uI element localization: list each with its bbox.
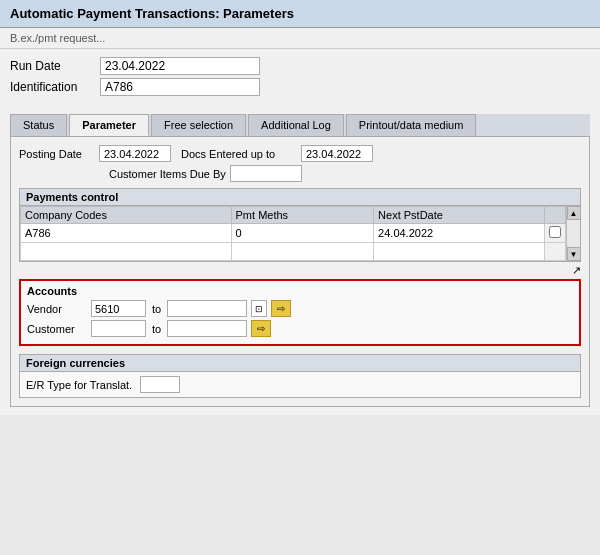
row-checkbox[interactable] <box>549 226 561 238</box>
vendor-copy-btn[interactable]: ⊡ <box>251 300 267 317</box>
customer-label: Customer <box>27 323 87 335</box>
col-next-pst-date: Next PstDate <box>374 207 545 224</box>
page-subtitle: B.ex./pmt request... <box>0 28 600 49</box>
tabs-bar: Status Parameter Free selection Addition… <box>10 114 590 136</box>
payments-control-section: Payments control Company Codes Pmt Meths… <box>19 188 581 262</box>
payments-control-title: Payments control <box>20 189 580 206</box>
er-type-label: E/R Type for Translat. <box>26 379 132 391</box>
run-date-input[interactable] <box>100 57 260 75</box>
cell-company-code: A786 <box>21 224 232 243</box>
tab-parameter[interactable]: Parameter <box>69 114 149 136</box>
cell-pmt-meths: 0 <box>231 224 374 243</box>
identification-label: Identification <box>10 80 100 94</box>
docs-entered-label: Docs Entered up to <box>181 148 301 160</box>
identification-input[interactable] <box>100 78 260 96</box>
cursor-indicator: ↗ <box>19 264 581 277</box>
tab-status[interactable]: Status <box>10 114 67 136</box>
customer-arrow-btn[interactable]: ⇨ <box>251 320 271 337</box>
customer-to-input[interactable] <box>167 320 247 337</box>
run-date-label: Run Date <box>10 59 100 73</box>
customer-row: Customer to ⇨ <box>27 320 573 337</box>
tab-content-parameter: Posting Date Docs Entered up to Customer… <box>10 136 590 407</box>
vendor-row: Vendor to ⊡ ⇨ <box>27 300 573 317</box>
vendor-from-input[interactable] <box>91 300 146 317</box>
vendor-to-label: to <box>152 303 161 315</box>
vendor-arrow-btn[interactable]: ⇨ <box>271 300 291 317</box>
customer-to-label: to <box>152 323 161 335</box>
foreign-currencies-section: Foreign currencies E/R Type for Translat… <box>19 354 581 398</box>
customer-from-input[interactable] <box>91 320 146 337</box>
vertical-scrollbar[interactable]: ▲ ▼ <box>566 206 580 261</box>
posting-date-input[interactable] <box>99 145 171 162</box>
tab-printout[interactable]: Printout/data medium <box>346 114 477 136</box>
accounts-section: Accounts Vendor to ⊡ ⇨ Customer to ⇨ <box>19 279 581 346</box>
docs-entered-input[interactable] <box>301 145 373 162</box>
col-pmt-meths: Pmt Meths <box>231 207 374 224</box>
er-type-input[interactable] <box>140 376 180 393</box>
scroll-down-btn[interactable]: ▼ <box>567 247 581 261</box>
posting-date-label: Posting Date <box>19 148 99 160</box>
page-title: Automatic Payment Transactions: Paramete… <box>0 0 600 28</box>
cell-next-pst-date: 24.04.2022 <box>374 224 545 243</box>
scroll-up-btn[interactable]: ▲ <box>567 206 581 220</box>
col-company-codes: Company Codes <box>21 207 232 224</box>
foreign-currencies-title: Foreign currencies <box>19 354 581 371</box>
foreign-currencies-body: E/R Type for Translat. <box>19 371 581 398</box>
table-row-empty <box>21 243 566 261</box>
customer-items-input[interactable] <box>230 165 302 182</box>
tab-free-selection[interactable]: Free selection <box>151 114 246 136</box>
customer-items-label: Customer Items Due By <box>109 168 226 180</box>
accounts-title: Accounts <box>27 285 573 297</box>
vendor-to-input[interactable] <box>167 300 247 317</box>
vendor-label: Vendor <box>27 303 87 315</box>
payments-table: Company Codes Pmt Meths Next PstDate A78… <box>20 206 566 261</box>
table-row: A786 0 24.04.2022 <box>21 224 566 243</box>
tab-additional-log[interactable]: Additional Log <box>248 114 344 136</box>
